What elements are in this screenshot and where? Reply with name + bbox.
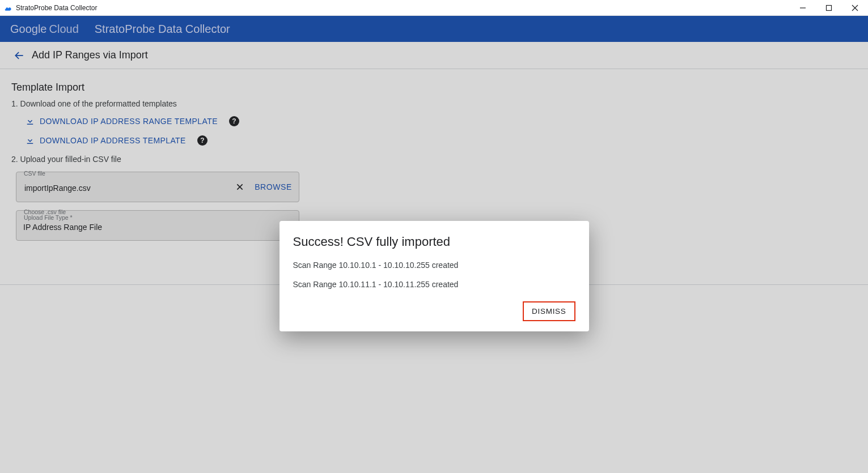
success-dialog: Success! CSV fully imported Scan Range 1…: [280, 221, 589, 331]
dialog-title: Success! CSV fully imported: [293, 235, 575, 249]
dialog-actions: DISMISS: [293, 301, 575, 321]
dismiss-button[interactable]: DISMISS: [523, 301, 575, 321]
dialog-message-1: Scan Range 10.10.10.1 - 10.10.10.255 cre…: [293, 261, 575, 270]
dialog-message-2: Scan Range 10.10.11.1 - 10.10.11.255 cre…: [293, 280, 575, 289]
dialog-backdrop: Success! CSV fully imported Scan Range 1…: [0, 0, 868, 473]
